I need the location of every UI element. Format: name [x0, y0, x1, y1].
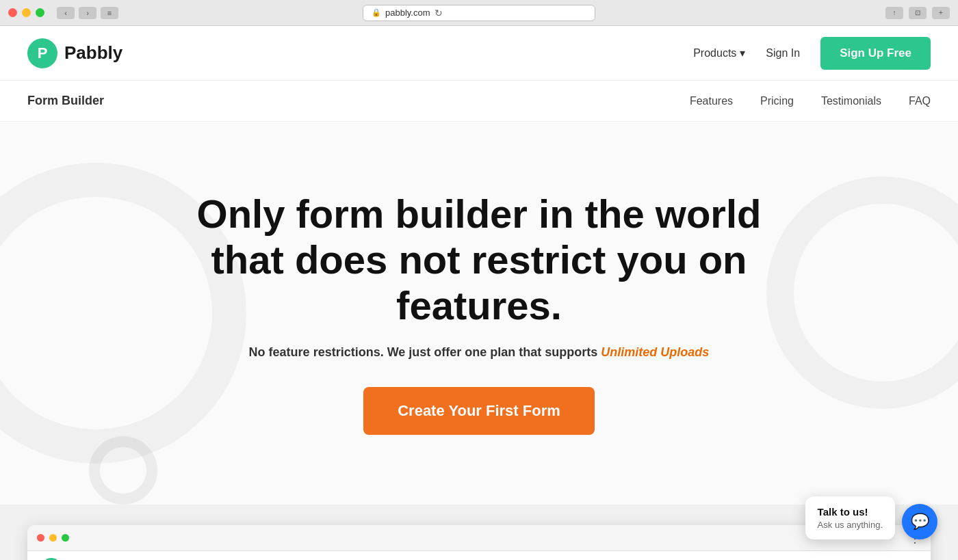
nav-faq[interactable]: FAQ [909, 95, 931, 107]
preview-window: ⋮ P Pabbly Form Builder 🔵 Create New For… [27, 525, 931, 560]
back-button[interactable]: ‹ [57, 7, 75, 19]
titlebar: ‹ › ≡ 🔒 pabbly.com ↻ ↑ ⊡ + [0, 0, 958, 26]
deco-circle-left [89, 436, 157, 505]
create-form-button[interactable]: Create Your First Form [363, 387, 595, 435]
maximize-dot[interactable] [36, 8, 44, 17]
close-dot[interactable] [8, 8, 17, 17]
chat-bubble: Talk to us! Ask us anything. [805, 496, 895, 539]
chevron-down-icon: ▾ [740, 46, 745, 59]
minimize-dot[interactable] [22, 8, 31, 17]
hero-section: Only form builder in the world that does… [0, 122, 958, 505]
sidebar-toggle-button[interactable]: ≡ [101, 7, 118, 19]
signup-button[interactable]: Sign Up Free [820, 37, 931, 70]
nav-pricing[interactable]: Pricing [760, 95, 794, 107]
preview-inner-header: P Pabbly Form Builder 🔵 Create New Form … [27, 551, 931, 560]
signin-link[interactable]: Sign In [766, 47, 800, 59]
subtitle-highlight: Unlimited Uploads [601, 345, 709, 359]
preview-dot-red [37, 534, 44, 542]
chat-subtitle: Ask us anything. [818, 520, 883, 530]
preview-dot-green [62, 534, 69, 542]
logo-text: Pabbly [64, 42, 122, 64]
nav-features[interactable]: Features [690, 95, 733, 107]
main-nav-right: Products ▾ Sign In Sign Up Free [693, 37, 931, 70]
url-text: pabbly.com [385, 8, 430, 18]
preview-dot-yellow [49, 534, 57, 542]
share-button[interactable]: ↑ [885, 7, 903, 19]
logo-area[interactable]: P Pabbly [27, 38, 122, 68]
chat-button[interactable]: 💬 [902, 504, 937, 539]
main-navbar: P Pabbly Products ▾ Sign In Sign Up Free [0, 26, 958, 81]
products-menu[interactable]: Products ▾ [693, 46, 745, 59]
window-controls [8, 8, 44, 17]
subtitle-normal: No feature restrictions. We just offer o… [249, 345, 598, 359]
nav-testimonials[interactable]: Testimonials [821, 95, 881, 107]
secondary-nav-right: Features Pricing Testimonials FAQ [690, 95, 931, 107]
hero-title: Only form builder in the world that does… [171, 191, 787, 328]
refresh-icon[interactable]: ↻ [435, 8, 443, 18]
new-tab-button[interactable]: + [932, 7, 950, 19]
secondary-navbar: Form Builder Features Pricing Testimonia… [0, 81, 958, 122]
chat-title: Talk to us! [818, 506, 883, 518]
logo-icon: P [27, 38, 57, 68]
url-bar[interactable]: 🔒 pabbly.com ↻ [363, 5, 595, 21]
chat-widget: Talk to us! Ask us anything. 💬 [805, 496, 937, 539]
products-label: Products [693, 47, 736, 59]
hero-subtitle: No feature restrictions. We just offer o… [249, 345, 710, 360]
form-builder-label: Form Builder [27, 94, 104, 108]
fullscreen-button[interactable]: ⊡ [909, 7, 927, 19]
preview-content: P Pabbly Form Builder 🔵 Create New Form … [27, 551, 931, 560]
titlebar-actions: ↑ ⊡ + [885, 7, 950, 19]
url-area: 🔒 pabbly.com ↻ [363, 5, 595, 21]
preview-titlebar: ⋮ [27, 525, 931, 551]
browser-nav: ‹ › ≡ [57, 7, 118, 19]
lock-icon: 🔒 [372, 8, 381, 17]
forward-button[interactable]: › [79, 7, 96, 19]
